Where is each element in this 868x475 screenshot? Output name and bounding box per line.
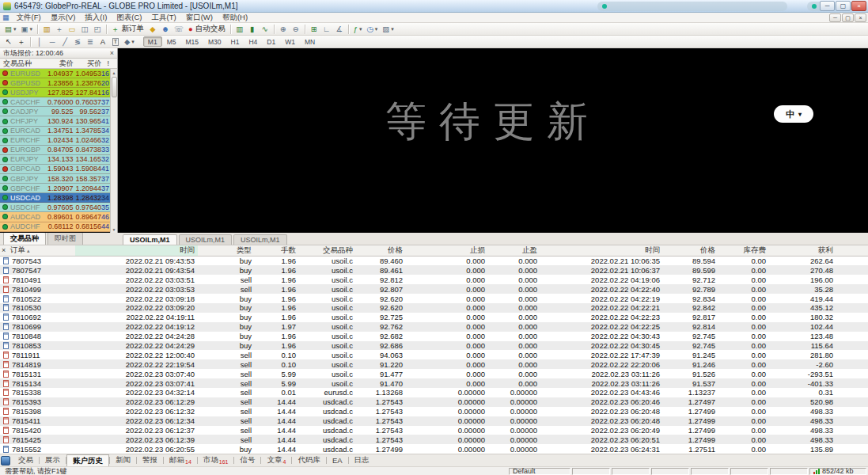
terminal-tab-1[interactable]: 展示 [40,454,66,466]
strategy-tester-button[interactable]: ◰ [91,24,104,35]
history-row[interactable]: 78153382022.02.23 04:32:14sell0.01eurusd… [0,388,868,397]
history-column-3[interactable]: 手数 [255,245,299,256]
vertical-line-tool[interactable]: │ [33,36,46,48]
support-button[interactable]: ☏ [172,24,186,35]
candlestick-button[interactable]: ▮ [246,24,259,35]
history-column-7[interactable]: 止盈 [488,245,540,256]
indicators-button[interactable]: ƒ▾ [351,24,365,35]
timeframe-h1[interactable]: H1 [226,36,244,47]
history-row[interactable]: 78119112022.02.22 12:00:40sell0.10usoil.… [0,350,868,359]
terminal-tab-7[interactable]: 信号 [234,454,260,466]
profiles-button[interactable]: ▣▾ [19,24,36,35]
market-watch-row-gbpusd[interactable]: GBPUSD1.238561.2387620 [0,78,117,88]
timeframe-w1[interactable]: W1 [280,36,300,47]
navigator-button[interactable]: ▭ [66,24,78,35]
market-watch-row-eurcad[interactable]: EURCAD1.347511.3478534 [0,127,117,136]
timeframe-m30[interactable]: M30 [203,36,226,47]
data-window-button[interactable]: ＋ [53,24,66,35]
history-row[interactable]: 78155522022.02.23 06:20:55buy14.44usdcad… [0,444,868,454]
menu-item-6[interactable]: 帮助(H) [218,13,252,21]
terminal-tab-6[interactable]: 市场161 [198,454,234,466]
terminal-tab-5[interactable]: 邮箱14 [164,454,197,466]
history-column-6[interactable]: 止损 [406,245,488,256]
market-watch-row-usdcad[interactable]: USDCAD1.283981.2843234 [0,193,117,203]
metaeditor-button[interactable]: ◆ [146,24,159,35]
terminal-button[interactable]: ◫ [78,24,91,35]
history-row[interactable]: 78104912022.02.22 03:03:51sell1.96usoil.… [0,275,868,284]
history-row[interactable]: 78153932022.02.23 06:12:29sell14.44usdca… [0,397,868,407]
crosshair-tool[interactable]: ＋ [15,36,28,48]
chart-tab-2[interactable]: USOILm,M1 [233,234,287,245]
status-profile[interactable]: Default [509,468,570,475]
history-column-5[interactable]: 价格 [356,245,406,256]
history-row[interactable]: 78075472022.02.21 09:43:54buy1.96usoil.c… [0,265,868,275]
menu-item-1[interactable]: 显示(V) [46,13,81,21]
terminal-tab-3[interactable]: 新闻 [110,454,136,466]
arrange-windows-button[interactable]: ⊞ [308,24,320,35]
history-column-1[interactable]: 时间 [75,245,198,256]
shapes-tool[interactable]: ◆▾ [122,36,137,48]
timeframe-m5[interactable]: M5 [162,36,181,47]
history-row[interactable]: 78106922022.02.22 04:19:11buy1.96usoil.c… [0,313,868,322]
chart-area[interactable]: 等待更新 中 ▾ [118,48,868,233]
terminal-tab-8[interactable]: 文章4 [261,454,291,466]
menu-item-4[interactable]: 工具(T) [147,13,181,21]
history-row[interactable]: 78148192022.02.22 22:19:54sell0.10usoil.… [0,359,868,369]
column-symbol[interactable]: 交易品种 [3,59,42,69]
auto-trading-button[interactable]: ●自动交易 [186,24,228,35]
market-watch-row-gbpchf[interactable]: GBPCHF1.209071.2094437 [0,184,117,193]
market-watch-row-cadchf[interactable]: CADCHF0.760000.7603737 [0,97,117,107]
history-column-0[interactable]: 订单▴ [0,245,75,256]
horizontal-line-tool[interactable]: ─ [46,36,59,48]
periods-button[interactable]: ◷▾ [364,24,380,35]
market-watch-row-usdchf[interactable]: USDCHF0.976050.9764035 [0,203,117,212]
channels-tool[interactable]: ≣ [84,36,97,48]
market-watch-row-chfjpy[interactable]: CHFJPY130.924130.96541 [0,116,117,126]
menu-item-0[interactable]: 文件(F) [12,13,46,21]
history-row[interactable]: 78151342022.02.23 03:07:41sell5.99usoil.… [0,378,868,388]
auto-scale-button[interactable]: ∟ [320,24,333,35]
history-row[interactable]: 78106992022.02.22 04:19:12buy1.97usoil.c… [0,322,868,332]
menu-item-5[interactable]: 窗口(W) [181,13,218,21]
timeframe-d1[interactable]: D1 [262,36,280,47]
market-watch-row-usdjpy[interactable]: USDJPY127.825127.84116 [0,88,117,97]
timeframe-h4[interactable]: H4 [244,36,262,47]
zoom-in-button[interactable]: ⊕ [277,24,290,35]
history-row[interactable]: 78154202022.02.23 06:12:37sell14.44usdca… [0,426,868,435]
menu-item-2[interactable]: 插入(I) [80,13,112,21]
market-watch-row-audcad[interactable]: AUDCAD0.896010.8964746 [0,212,117,222]
terminal-tab-0[interactable]: 交易 [13,454,39,466]
timeframe-m1[interactable]: M1 [143,36,162,47]
close-button[interactable]: × [851,1,866,11]
label-tool[interactable]: T [109,36,122,48]
terminal-tab-4[interactable]: 警报 [137,454,163,466]
history-column-4[interactable]: 交易品种 [299,245,356,256]
child-restore-button[interactable]: ▢ [842,13,854,22]
panel-close-icon[interactable]: × [2,246,6,254]
history-column-9[interactable]: 价格 [663,245,718,256]
scroll-down-icon[interactable]: ▼ [112,226,116,233]
new-chart-button[interactable]: ▤▾ [2,24,19,35]
line-chart-button[interactable]: ∿ [259,24,271,35]
market-watch-scrollbar[interactable]: ▲ ▼ [110,69,117,233]
child-close-button[interactable]: × [855,13,866,22]
history-row[interactable]: 78075432022.02.21 09:43:53buy1.96usoil.c… [0,256,868,266]
market-watch-tab-0[interactable]: 交易品种 [3,232,46,245]
history-row[interactable]: 78153982022.02.23 06:12:32sell14.44usdca… [0,407,868,416]
chart-tab-1[interactable]: USOILm,M1 [179,234,233,245]
minimize-button[interactable]: ─ [820,1,835,11]
market-watch-row-cadjpy[interactable]: CADJPY99.52599.56237 [0,107,117,116]
history-row[interactable]: 78104992022.02.22 03:03:53sell1.96usoil.… [0,284,868,294]
market-watch-row-eurchf[interactable]: EURCHF1.024341.0246632 [0,136,117,146]
history-column-11[interactable]: 获利 [769,245,836,256]
restore-button[interactable]: ▢ [836,1,851,11]
history-column-10[interactable]: 库存费 [718,245,769,256]
fixed-scale-button[interactable]: ∡ [333,24,346,35]
terminal-tab-9[interactable]: 代码库 [292,454,326,466]
history-row[interactable]: 78105222022.02.22 03:09:18buy1.96usoil.c… [0,294,868,303]
market-watch-row-eurjpy[interactable]: EURJPY134.133134.16532 [0,155,117,165]
zoom-out-button[interactable]: ⊖ [290,24,302,35]
timeframe-mn[interactable]: MN [300,36,320,47]
market-watch-row-audchf[interactable]: AUDCHF0.681120.6815644 [0,222,117,232]
history-column-8[interactable]: 时间 [540,245,663,256]
